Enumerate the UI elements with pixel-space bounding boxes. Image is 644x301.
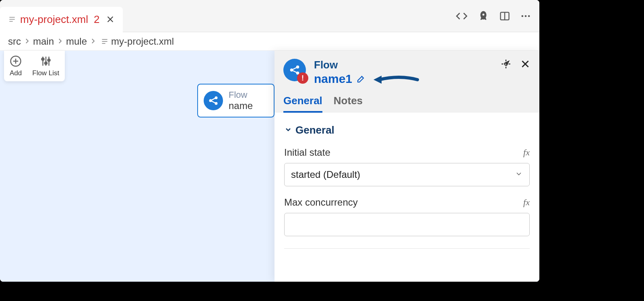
panel-icon-wrap: ! xyxy=(283,59,306,81)
flow-list-button[interactable]: Flow List xyxy=(32,56,59,77)
close-icon[interactable] xyxy=(520,59,530,69)
initial-state-value: started (Default) xyxy=(291,169,360,180)
sliders-icon xyxy=(40,56,52,67)
svg-point-22 xyxy=(210,100,212,102)
flow-node[interactable]: Flow name xyxy=(197,84,275,118)
svg-point-33 xyxy=(505,63,508,66)
field-max-concurrency: Max concurrency fx xyxy=(284,197,530,236)
svg-point-9 xyxy=(528,15,530,17)
initial-state-select[interactable]: started (Default) xyxy=(284,163,530,186)
breadcrumb-segment[interactable]: src xyxy=(8,36,21,47)
svg-point-8 xyxy=(525,15,527,17)
max-concurrency-input-wrap xyxy=(284,213,530,236)
initial-state-label: Initial state xyxy=(284,147,330,158)
chevron-right-icon xyxy=(23,36,31,47)
panel-header: ! Flow name1 xyxy=(275,51,539,113)
edit-icon[interactable] xyxy=(356,74,366,84)
tab-notes[interactable]: Notes xyxy=(334,95,363,113)
section-title: General xyxy=(295,124,334,136)
svg-point-19 xyxy=(45,62,47,64)
chevron-down-icon xyxy=(284,124,292,136)
add-label: Add xyxy=(10,69,22,77)
panel-name: name1 xyxy=(314,72,352,86)
panel-type-label: Flow xyxy=(314,59,493,71)
max-concurrency-label: Max concurrency xyxy=(284,197,358,208)
properties-panel: ! Flow name1 xyxy=(275,51,539,282)
chevron-right-icon xyxy=(56,36,64,47)
breadcrumb-segment[interactable]: mule xyxy=(66,36,87,47)
tab-bar: my-project.xml 2 xyxy=(0,0,539,32)
chevron-down-icon xyxy=(515,169,523,180)
flow-node-type: Flow xyxy=(229,90,253,100)
svg-point-27 xyxy=(291,69,293,71)
annotation-arrow-icon xyxy=(371,72,419,89)
section-general-toggle[interactable]: General xyxy=(284,124,530,136)
add-button[interactable]: Add xyxy=(10,56,22,77)
file-icon xyxy=(101,37,109,45)
panel-body: General Initial state fx started (Defaul… xyxy=(275,113,539,282)
breadcrumb-segment[interactable]: main xyxy=(33,36,54,47)
max-concurrency-input[interactable] xyxy=(291,219,523,230)
locate-icon[interactable] xyxy=(501,59,511,69)
svg-point-7 xyxy=(522,15,524,17)
chevron-right-icon xyxy=(89,36,97,47)
panel-tabs: General Notes xyxy=(283,95,530,113)
code-icon[interactable] xyxy=(456,10,468,22)
svg-line-26 xyxy=(211,101,215,103)
error-badge-icon: ! xyxy=(297,72,308,84)
svg-line-25 xyxy=(211,98,215,100)
tab-filename: my-project.xml xyxy=(20,13,88,26)
split-panel-icon[interactable] xyxy=(499,10,510,22)
flow-node-texts: Flow name xyxy=(229,90,253,111)
svg-point-28 xyxy=(297,66,299,68)
rocket-icon[interactable] xyxy=(477,10,489,22)
app-window: my-project.xml 2 src main xyxy=(0,0,539,282)
fx-icon[interactable]: fx xyxy=(523,147,530,158)
toolbar-right xyxy=(456,10,531,22)
breadcrumb-file[interactable]: my-project.xml xyxy=(111,36,174,47)
tab-close-icon[interactable] xyxy=(106,15,115,24)
section-divider xyxy=(284,248,530,249)
editor-tab[interactable]: my-project.xml 2 xyxy=(0,7,123,32)
svg-point-21 xyxy=(47,59,50,61)
flow-canvas[interactable]: Add Flow List Flow name xyxy=(0,51,539,282)
fx-icon[interactable]: fx xyxy=(523,197,530,208)
breadcrumb: src main mule my-project.xml xyxy=(0,32,539,51)
file-icon xyxy=(8,15,16,23)
plus-circle-icon xyxy=(10,56,22,67)
more-icon[interactable] xyxy=(520,10,531,22)
tab-badge: 2 xyxy=(94,13,99,26)
canvas-toolbar: Add Flow List xyxy=(4,51,65,81)
svg-line-31 xyxy=(293,70,297,72)
flow-list-label: Flow List xyxy=(32,69,59,77)
flow-node-name: name xyxy=(229,100,253,111)
field-initial-state: Initial state fx started (Default) xyxy=(284,147,530,186)
tab-general[interactable]: General xyxy=(283,95,322,113)
svg-point-17 xyxy=(41,58,44,60)
svg-point-23 xyxy=(215,97,217,99)
svg-point-24 xyxy=(215,103,217,105)
svg-line-30 xyxy=(293,68,297,70)
svg-marker-40 xyxy=(374,76,382,84)
flow-icon xyxy=(204,91,223,110)
